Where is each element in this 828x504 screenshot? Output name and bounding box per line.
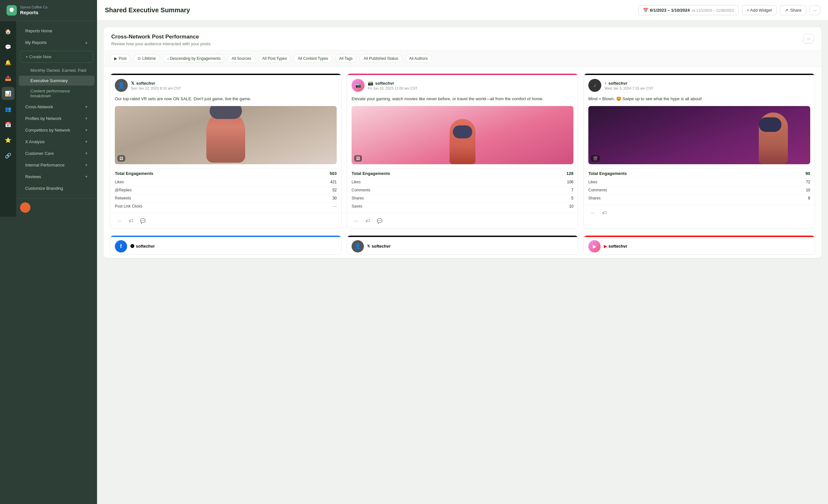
lifetime-icon: ⊙ [137, 56, 141, 61]
filter-lifetime[interactable]: ⊙ Lifetime [133, 54, 160, 63]
user-avatar[interactable] [20, 202, 30, 213]
x-analysis-chevron: ▼ [85, 140, 88, 143]
add-widget-button[interactable]: + Add Widget [742, 5, 777, 15]
card-2-saves-val: 10 [569, 204, 574, 209]
reviews-chevron: ▼ [85, 175, 88, 178]
card-2-header: 📷 📸 softechvr Fri Jun 10, 2023 11:00 am … [347, 75, 578, 96]
sidebar-item-my-reports[interactable]: My Reports ▲ [19, 37, 94, 48]
card-3-shares-val: 8 [808, 196, 810, 200]
sidebar-sub-item-content[interactable]: Content performance breakdown [19, 86, 94, 101]
sidebar-item-internal-performance[interactable]: Internal Performance ▼ [19, 159, 94, 171]
stub-2-meta: 𝕏 softechvr [367, 244, 391, 248]
card-1-tag-btn[interactable]: 🏷 [126, 216, 135, 225]
content-area: Cross-Network Post Performance Review ho… [97, 21, 828, 504]
sidebar-item-reviews[interactable]: Reviews ▼ [19, 171, 94, 182]
card-1-stats: Total Engagements 503 Likes 421 @Replies… [110, 168, 341, 213]
card-2-likes-val: 106 [567, 180, 574, 184]
my-reports-chevron: ▲ [85, 41, 88, 44]
stub-2-avatar: 👤 [351, 240, 364, 253]
nav-icon-publish[interactable]: 📤 [2, 72, 14, 84]
card-2-profile: softechvr [375, 81, 394, 86]
filter-all-content-types[interactable]: All Content Types [294, 54, 332, 63]
sidebar-bottom [16, 198, 97, 217]
report-section: Cross-Network Post Performance Review ho… [104, 27, 822, 258]
card-2-stat-saves: Saves 10 [351, 202, 574, 210]
card-3-likes-val: 72 [806, 180, 810, 184]
card-2-more-btn[interactable]: ··· [351, 216, 361, 225]
nav-icon-people[interactable]: 👥 [2, 102, 14, 116]
card-2-avatar: 📷 [351, 79, 365, 92]
nav-icon-star[interactable]: ⭐ [2, 134, 14, 146]
nav-icon-home[interactable]: 🏠 [2, 25, 14, 38]
card-3-meta: ♪ softechvr Wed Jan 3, 2024 7:15 am CST [605, 81, 810, 90]
filter-all-authors[interactable]: All Authors [405, 54, 432, 63]
card-1-meta: 𝕏 softechvr Sun Jun 12, 2023 8:10 am CST [131, 81, 337, 90]
nav-icon-connect[interactable]: 🔗 [2, 149, 14, 162]
nav-icon-notifications[interactable]: 🔔 [2, 56, 14, 69]
stub-1-meta: 🅕 softechvr [130, 244, 155, 248]
x-icon-2: 𝕏 [367, 244, 370, 248]
nav-icon-reports[interactable]: 📊 [2, 87, 14, 100]
posts-grid-second: f 🅕 softechvr 👤 [104, 235, 822, 258]
filter-all-published-status[interactable]: All Published Status [359, 54, 402, 63]
youtube-icon: ▶ [604, 244, 607, 248]
card-3-avatar: ♪ [588, 79, 601, 92]
card-1-image-type: 🖼 [117, 155, 125, 162]
filter-all-sources[interactable]: All Sources [227, 54, 255, 63]
main-content: Shared Executive Summary 📅 6/1/2023 – 1/… [97, 0, 828, 504]
post-card-1: 👤 𝕏 softechvr Sun Jun 12, 2023 8:10 am C… [110, 74, 341, 229]
sidebar-item-cross-network[interactable]: Cross-Network ▼ [19, 101, 94, 112]
card-1-comment-btn[interactable]: 💬 [138, 216, 147, 225]
card-1-profile: softechvr [136, 81, 155, 86]
date-range-vs: vs 11/1/2023 – 11/30/2023 [692, 8, 734, 12]
filter-post[interactable]: ▶ Post [110, 54, 131, 63]
card-2-total-row: Total Engagements 128 [351, 168, 574, 178]
sidebar-item-reports-home[interactable]: Reports Home [19, 25, 94, 37]
filter-all-post-types[interactable]: All Post Types [258, 54, 291, 63]
card-1-image: 🖼 [115, 106, 337, 164]
sidebar-item-x-analysis[interactable]: X Analysis ▼ [19, 136, 94, 147]
nav-icon-inbox[interactable]: 💬 [2, 40, 14, 53]
card-3-header: ♪ ♪ softechvr Wed Jan 3, 2024 7:15 am CS… [584, 75, 815, 96]
card-2-comment-btn[interactable]: 💬 [375, 216, 384, 225]
filter-descending[interactable]: ↓ Descending by Engagements [163, 54, 225, 63]
card-2-shares-val: 5 [571, 196, 574, 200]
card-1-more-btn[interactable]: ··· [115, 216, 124, 225]
date-range-button[interactable]: 📅 6/1/2023 – 1/10/2024 vs 11/1/2023 – 11… [638, 5, 739, 15]
date-range-main: 6/1/2023 – 1/10/2024 [650, 8, 690, 13]
filter-all-tags[interactable]: All Tags [335, 54, 357, 63]
card-1-total-value: 503 [330, 171, 337, 176]
card-2-tag-btn[interactable]: 🏷 [363, 216, 372, 225]
cross-network-chevron: ▼ [85, 105, 88, 108]
section-title: Cross-Network Post Performance [111, 34, 211, 40]
sidebar-item-competitors-by-network[interactable]: Competitors by Network ▼ [19, 125, 94, 136]
sidebar-item-profiles-by-network[interactable]: Profiles by Network ▼ [19, 113, 94, 124]
sidebar-sub-item-monthly[interactable]: Monthly Owned, Earned, Paid [19, 65, 94, 75]
card-2-comments-val: 7 [571, 188, 574, 192]
card-2-stat-shares: Shares 5 [351, 194, 574, 202]
card-1-header: 👤 𝕏 softechvr Sun Jun 12, 2023 8:10 am C… [110, 75, 341, 96]
nav-icon-calendar[interactable]: 📅 [2, 118, 14, 131]
card-3-stat-comments: Comments 10 [588, 186, 810, 194]
card-3-comments-val: 10 [806, 188, 810, 192]
card-3-more-btn[interactable]: ··· [588, 208, 597, 217]
card-2-total-value: 128 [566, 171, 574, 176]
sidebar-sub-item-executive[interactable]: Executive Summary [19, 76, 94, 86]
card-3-stats: Total Engagements 90 Likes 72 Comments 1… [584, 168, 815, 204]
card-1-stat-link-clicks: Post Link Clicks — [115, 202, 337, 210]
sidebar-header: Sprout Coffee Co. Reports [0, 0, 97, 21]
create-new-button[interactable]: + Create New [20, 51, 93, 63]
section-more-button[interactable]: ··· [803, 34, 814, 44]
card-2-stat-comments: Comments 7 [351, 186, 574, 194]
card-1-text: Our top-rated VR sets are now ON SALE. D… [110, 96, 341, 106]
sidebar-item-customer-care[interactable]: Customer Care ▼ [19, 148, 94, 159]
card-1-retweets-val: 30 [332, 196, 337, 200]
share-button[interactable]: ↗ Share [780, 5, 806, 15]
facebook-icon: 🅕 [130, 244, 134, 248]
card-1-time: Sun Jun 12, 2023 8:10 am CST [131, 86, 337, 90]
stub-card-3: ▶ ▶ softechvr [583, 235, 815, 255]
card-3-tag-btn[interactable]: 🏷 [600, 208, 609, 217]
more-options-button[interactable]: ··· [810, 5, 820, 15]
sidebar-item-customize-branding[interactable]: Customize Branding [19, 183, 94, 194]
card-3-total-value: 90 [806, 171, 810, 176]
